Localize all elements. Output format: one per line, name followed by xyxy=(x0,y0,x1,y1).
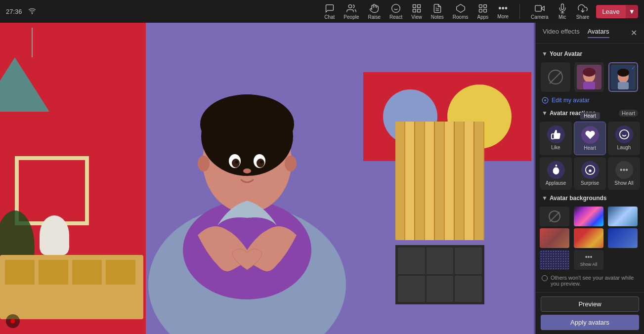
bg-room2[interactable] xyxy=(574,228,603,248)
reaction-surprise[interactable]: Surprise xyxy=(574,157,606,190)
leave-button[interactable]: Leave xyxy=(596,5,625,18)
rooms-button[interactable]: Rooms xyxy=(453,3,469,20)
like-icon xyxy=(547,125,565,143)
topbar-time: 27:36 xyxy=(6,8,22,15)
more-button[interactable]: ••• More xyxy=(497,4,509,19)
avatar-thumb-3[interactable]: ✓ xyxy=(608,62,638,92)
preview-info: Others won't see your avatar while you p… xyxy=(536,272,644,290)
heart-icon xyxy=(581,126,599,144)
sidebar-footer: Preview Apply avatars xyxy=(536,292,644,334)
reaction-laugh[interactable]: Laugh xyxy=(608,122,640,155)
video-area xyxy=(0,23,535,334)
dresser-handles xyxy=(0,255,143,290)
backgrounds-grid: ••• Show All xyxy=(536,205,644,272)
cabinet-drawer xyxy=(455,248,482,274)
svg-rect-16 xyxy=(535,5,542,11)
avatar-thumb-2[interactable] xyxy=(574,62,604,92)
sidebar-tabs: Video effects Avatars xyxy=(543,28,609,38)
notes-label: Notes xyxy=(431,14,444,20)
svg-rect-15 xyxy=(479,9,482,12)
main-area: Video effects Avatars ✕ ▼ Your Avatar xyxy=(0,23,644,334)
preview-button[interactable]: Preview xyxy=(541,296,639,312)
bg-room1[interactable] xyxy=(540,228,569,248)
leave-button-group[interactable]: Leave ▼ xyxy=(596,5,638,18)
dresser-drawer xyxy=(5,260,35,285)
tab-video-effects[interactable]: Video effects xyxy=(543,28,580,38)
svg-rect-13 xyxy=(484,4,487,7)
selected-check: ✓ xyxy=(631,65,636,71)
red-panel xyxy=(0,23,148,334)
avatar-backgrounds-header[interactable]: ▼ Avatar backgrounds xyxy=(536,192,644,205)
reaction-show-all[interactable]: ••• Show All xyxy=(608,157,640,190)
bg-galaxy[interactable] xyxy=(574,207,603,226)
apps-button[interactable]: Apps xyxy=(477,3,489,20)
books-area xyxy=(395,122,504,309)
cabinet-drawer xyxy=(427,248,454,274)
your-avatar-section-header[interactable]: ▼ Your Avatar xyxy=(536,47,644,60)
laugh-icon xyxy=(615,125,633,143)
svg-point-2 xyxy=(392,4,400,12)
tab-avatars[interactable]: Avatars xyxy=(588,28,609,38)
close-button[interactable]: ✕ xyxy=(631,28,637,38)
dresser-drawer xyxy=(106,260,135,285)
svg-rect-6 xyxy=(418,4,421,7)
books-stack xyxy=(395,122,484,240)
avatar-thumb-none[interactable] xyxy=(541,62,570,92)
info-dot-icon xyxy=(542,275,548,281)
bg-blue-abstract[interactable] xyxy=(608,207,638,226)
svg-rect-43 xyxy=(618,82,629,89)
cabinet-drawer xyxy=(398,276,425,302)
dresser xyxy=(0,255,143,319)
applause-icon xyxy=(547,161,565,179)
topbar: 27:36 Chat People Raise React View Notes xyxy=(0,0,644,23)
mic-button[interactable]: Mic xyxy=(558,3,567,20)
camera-label: Camera xyxy=(531,14,549,20)
show-all-dots: ••• xyxy=(615,161,633,179)
chevron-down-icon: ▼ xyxy=(542,50,548,57)
react-button[interactable]: React xyxy=(389,3,402,20)
view-label: View xyxy=(411,14,422,20)
purple-background xyxy=(146,23,534,334)
camera-button[interactable]: Camera xyxy=(531,3,549,20)
lamp-shade xyxy=(0,57,49,112)
info-text: Others won't see your avatar while you p… xyxy=(551,275,638,287)
chevron-down-icon: ▼ xyxy=(542,110,548,117)
view-button[interactable]: View xyxy=(411,3,422,20)
share-label: Share xyxy=(576,14,590,20)
svg-rect-7 xyxy=(418,9,421,12)
svg-rect-5 xyxy=(413,4,416,7)
share-button[interactable]: Share xyxy=(576,3,590,20)
people-button[interactable]: People xyxy=(343,3,359,20)
svg-point-35 xyxy=(10,319,15,323)
leave-chevron-button[interactable]: ▼ xyxy=(626,5,638,18)
edit-avatar-link[interactable]: Edit my avatar xyxy=(536,94,644,107)
your-avatar-title: ▼ Your Avatar xyxy=(542,50,582,57)
avatar-backgrounds-title: ▼ Avatar backgrounds xyxy=(542,195,606,202)
bg-blue-scene[interactable] xyxy=(608,228,638,248)
reaction-like[interactable]: Like xyxy=(540,122,572,155)
notes-button[interactable]: Notes xyxy=(431,3,444,20)
cabinet-drawer xyxy=(398,248,425,274)
cabinet-drawer xyxy=(455,276,482,302)
bust xyxy=(40,215,69,255)
bg-none[interactable] xyxy=(540,207,569,226)
reaction-heart[interactable]: Heart Heart xyxy=(574,122,606,155)
wall-frame xyxy=(15,156,89,225)
reaction-applause[interactable]: Applause xyxy=(540,157,572,190)
cabinet xyxy=(395,245,484,304)
chat-button[interactable]: Chat xyxy=(324,3,335,20)
bg-show-all[interactable]: ••• Show All xyxy=(574,250,603,270)
wifi-icon xyxy=(28,7,36,16)
chat-label: Chat xyxy=(324,14,335,20)
sidebar-scrollable-content: ▼ Your Avatar xyxy=(536,43,644,292)
raise-label: Raise xyxy=(368,14,381,20)
edit-avatar-label: Edit my avatar xyxy=(552,97,590,104)
chevron-down-icon: ▼ xyxy=(542,195,548,202)
edit-icon xyxy=(542,97,549,104)
bg-dots[interactable] xyxy=(540,250,569,270)
react-label: React xyxy=(389,14,402,20)
apply-avatars-button[interactable]: Apply avatars xyxy=(541,315,639,330)
avatar-2-svg xyxy=(577,65,601,89)
raise-button[interactable]: Raise xyxy=(368,3,381,20)
svg-marker-11 xyxy=(456,4,465,12)
